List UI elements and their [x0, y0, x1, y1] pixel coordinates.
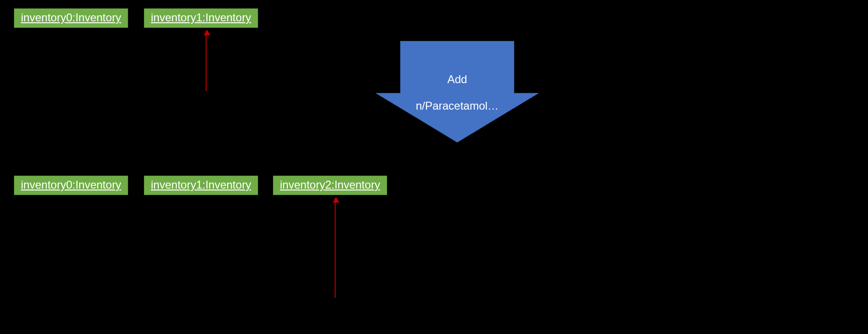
object-label: inventory0:Inventory [14, 176, 128, 195]
object-label: inventory0:Inventory [14, 9, 128, 27]
before-pointer-arrow [206, 31, 207, 91]
object-label: inventory2:Inventory [273, 176, 387, 195]
before-box-inventory0: inventory0:Inventory [14, 8, 128, 28]
object-label: inventory1:Inventory [144, 176, 258, 195]
diagram-canvas: inventory0:Inventory inventory1:Inventor… [0, 0, 868, 334]
action-arrow: Add n/Paracetamol… [376, 41, 538, 143]
before-box-inventory1: inventory1:Inventory [144, 8, 258, 28]
action-arrow-line1: Add [447, 73, 467, 85]
after-box-inventory1: inventory1:Inventory [144, 176, 258, 195]
object-label: inventory1:Inventory [144, 9, 258, 27]
action-arrow-line2: n/Paracetamol… [416, 99, 499, 112]
after-box-inventory2: inventory2:Inventory [273, 176, 387, 195]
after-pointer-arrow [335, 198, 336, 298]
after-box-inventory0: inventory0:Inventory [14, 176, 128, 195]
